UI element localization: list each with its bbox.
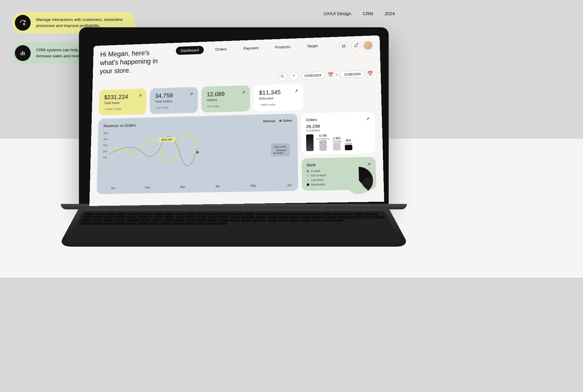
avatar[interactable]	[363, 41, 373, 50]
date-to-value: 31/06/2024	[344, 72, 361, 76]
date-separator: -	[336, 72, 338, 77]
stock-panel[interactable]: Stock ↗ In stock Out of stock Low stock …	[302, 157, 376, 191]
arrow-icon: ↗	[190, 92, 193, 96]
card-sub: +312 today	[155, 105, 193, 109]
bar-completed	[306, 134, 314, 151]
card-sub: +34 today	[206, 103, 245, 108]
legend-orders: Orders	[283, 119, 292, 122]
date-from-input[interactable]: 01/06/2024	[301, 72, 325, 79]
legend-dot-revenue	[260, 120, 262, 122]
arrow-icon: ↗	[242, 90, 245, 95]
legend-dot-orders	[279, 120, 281, 122]
svg-rect-2	[22, 51, 23, 55]
page-greeting: Hi Megan, here's what's happening in you…	[100, 49, 160, 76]
card-visitors[interactable]: 12,089 Visitors +34 today ↗	[201, 85, 250, 113]
search-icon[interactable]	[278, 72, 287, 81]
nav-uxui: UX/UI Design	[324, 11, 351, 16]
panel-title: Stock	[306, 162, 371, 167]
bars-icon	[15, 45, 31, 61]
svg-point-0	[23, 23, 25, 25]
arrow-icon: ↗	[138, 93, 142, 98]
svg-rect-1	[21, 52, 22, 55]
card-value: $231,224	[104, 93, 141, 101]
card-total-sales[interactable]: $231,224 Total Sales + $1897 today ↗	[99, 88, 147, 115]
card-value: $11,345	[259, 88, 298, 96]
filter-icon[interactable]	[289, 72, 298, 81]
laptop-mockup: Hi Megan, here's what's happening in you…	[79, 27, 389, 269]
promo-pill-1-text: Manage interactions with customers, stre…	[36, 17, 125, 29]
refresh-settings-icon	[15, 15, 31, 31]
card-label: Total Sales	[104, 100, 141, 105]
revenue-vs-orders-chart: Revenue vs Orders Revenue Orders 5004003…	[97, 113, 298, 194]
bar-delivery	[319, 140, 327, 151]
panel-title: Orders	[306, 116, 370, 122]
arrow-icon: ↗	[367, 162, 371, 167]
date-from-value: 01/06/2024	[305, 73, 321, 77]
svg-rect-3	[24, 52, 25, 55]
main-tabs: Dashboard Orders Payment Products Target	[176, 42, 323, 55]
card-label: Total Orders	[155, 99, 193, 103]
nav-crm: CRM	[363, 11, 373, 16]
calendar-icon: 📅	[367, 71, 373, 76]
date-to-input[interactable]: 31/06/2024	[340, 70, 365, 78]
legend-revenue: Revenue	[263, 119, 275, 123]
tab-payment[interactable]: Payment	[239, 44, 263, 53]
card-label: Refunded	[259, 96, 298, 100]
card-sub: + $1897 today	[104, 106, 141, 111]
card-refunded[interactable]: $11,345 Refunded + $890 today ↗	[254, 83, 303, 111]
card-value: 12,089	[207, 90, 245, 98]
bell-icon[interactable]	[351, 41, 360, 50]
tab-target[interactable]: Target	[302, 42, 323, 51]
tab-orders[interactable]: Orders	[210, 45, 231, 54]
arrow-icon: ↗	[366, 116, 370, 121]
mail-icon[interactable]	[339, 42, 348, 51]
chart-value-bubble: $231,224	[159, 137, 175, 142]
bar-unpaid	[345, 145, 352, 150]
orders-breakdown-panel[interactable]: Orders ↗ 26,298 Completed 4,748On Delive…	[301, 111, 375, 155]
calendar-icon: 📅	[327, 72, 333, 78]
tab-dashboard[interactable]: Dashboard	[176, 46, 203, 55]
card-total-orders[interactable]: 34,759 Total Orders +312 today ↗	[150, 87, 198, 114]
chart-y-axis: 500400300200100	[103, 132, 107, 159]
bar-pending	[333, 143, 341, 150]
nav-year: 2024	[385, 11, 395, 16]
card-label: Visitors	[207, 97, 245, 102]
chart-tooltip: June, 2024 Revenue Orders	[271, 143, 290, 157]
chart-lines	[109, 129, 203, 171]
card-sub: + $890 today	[259, 102, 298, 106]
chart-x-axis: JanFebMarAprMayJun	[111, 183, 292, 190]
arrow-icon: ↗	[295, 88, 298, 93]
tab-products[interactable]: Products	[270, 42, 295, 52]
promo-top-nav: UX/UI Design CRM 2024	[324, 11, 395, 16]
card-value: 34,759	[155, 92, 193, 99]
laptop-keyboard: MacBook Pro	[58, 208, 409, 247]
